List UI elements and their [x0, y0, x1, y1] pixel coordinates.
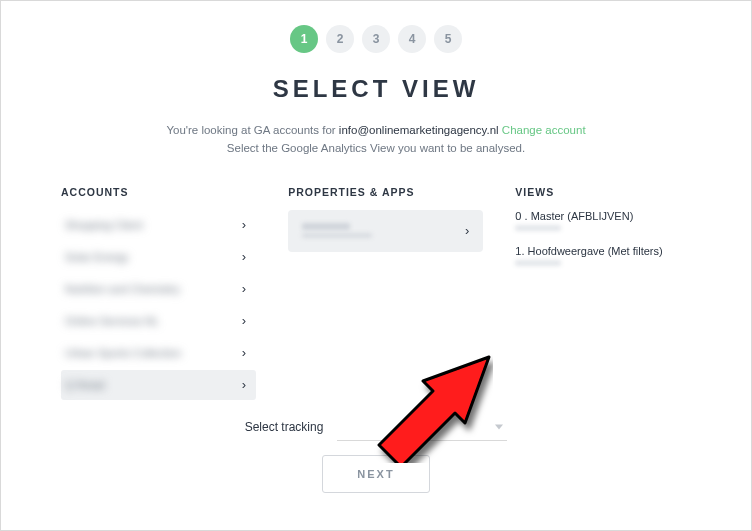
accounts-heading: ACCOUNTS [61, 186, 256, 198]
chevron-right-icon: › [465, 223, 469, 238]
select-tracking-label: Select tracking [245, 420, 324, 434]
step-5[interactable]: 5 [434, 25, 462, 53]
view-label: 1. Hoofdweergave (Met filters) [515, 245, 691, 257]
view-item[interactable]: 1. Hoofdweergave (Met filters) [515, 245, 691, 266]
properties-column: PROPERTIES & APPS › [288, 186, 483, 402]
next-button[interactable]: NEXT [322, 455, 429, 493]
account-item[interactable]: Shopping Client › [61, 210, 256, 240]
account-label: Online Services NL [65, 315, 159, 327]
step-1[interactable]: 1 [290, 25, 318, 53]
views-heading: VIEWS [515, 186, 691, 198]
change-account-link[interactable]: Change account [502, 124, 586, 136]
select-tracking-dropdown[interactable] [337, 414, 507, 441]
stepper: 1 2 3 4 5 [61, 25, 691, 53]
intro-email: info@onlinemarketingagency.nl [339, 124, 499, 136]
account-item-selected[interactable]: Q Retail › [61, 370, 256, 400]
account-label: Solar Energy [65, 251, 129, 263]
view-subtext [515, 225, 561, 231]
account-label: Shopping Client [65, 219, 143, 231]
property-label [302, 223, 372, 238]
intro-prefix: You're looking at GA accounts for [166, 124, 338, 136]
chevron-right-icon: › [242, 345, 246, 360]
account-label: Urban Sports Collection [65, 347, 181, 359]
chevron-right-icon: › [242, 281, 246, 296]
intro-text: You're looking at GA accounts for info@o… [61, 121, 691, 158]
views-column: VIEWS 0 . Master (AFBLIJVEN) 1. Hoofdwee… [515, 186, 691, 402]
chevron-right-icon: › [242, 249, 246, 264]
account-item[interactable]: Solar Energy › [61, 242, 256, 272]
step-2[interactable]: 2 [326, 25, 354, 53]
view-subtext [515, 260, 561, 266]
chevron-right-icon: › [242, 377, 246, 392]
view-item[interactable]: 0 . Master (AFBLIJVEN) [515, 210, 691, 231]
account-item[interactable]: Online Services NL › [61, 306, 256, 336]
account-label: Nutrition and Chemistry [65, 283, 180, 295]
chevron-right-icon: › [242, 313, 246, 328]
property-item-selected[interactable]: › [288, 210, 483, 252]
chevron-right-icon: › [242, 217, 246, 232]
page-title: SELECT VIEW [61, 75, 691, 103]
view-label: 0 . Master (AFBLIJVEN) [515, 210, 691, 222]
intro-line2: Select the Google Analytics View you wan… [61, 139, 691, 157]
account-item[interactable]: Nutrition and Chemistry › [61, 274, 256, 304]
accounts-column: ACCOUNTS Shopping Client › Solar Energy … [61, 186, 256, 402]
step-4[interactable]: 4 [398, 25, 426, 53]
account-label: Q Retail [65, 379, 105, 391]
step-3[interactable]: 3 [362, 25, 390, 53]
properties-heading: PROPERTIES & APPS [288, 186, 483, 198]
account-item[interactable]: Urban Sports Collection › [61, 338, 256, 368]
